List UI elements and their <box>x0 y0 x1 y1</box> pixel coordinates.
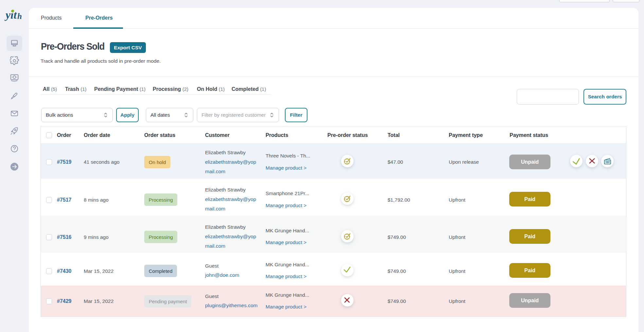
svg-text:yit: yit <box>5 9 17 21</box>
svg-text:h: h <box>17 12 22 21</box>
